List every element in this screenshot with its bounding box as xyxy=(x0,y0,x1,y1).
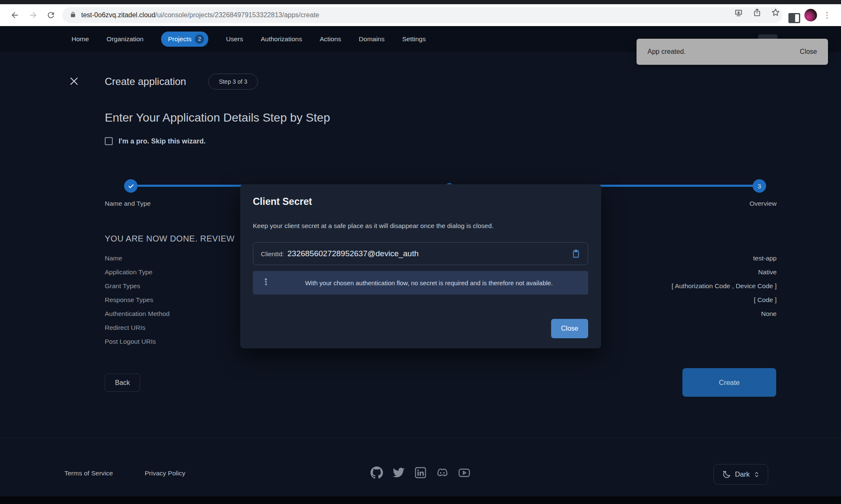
step-indicator-badge: Step 3 of 3 xyxy=(208,74,258,90)
url-domain: test-0o6zvq.zitadel.cloud xyxy=(81,11,155,19)
back-button[interactable]: Back xyxy=(105,374,140,392)
install-app-icon[interactable] xyxy=(733,7,744,18)
nav-home[interactable]: Home xyxy=(72,35,89,43)
review-label: Application Type xyxy=(105,268,152,276)
review-value: [ Authorization Code , Device Code ] xyxy=(671,282,777,290)
stepper-step3-label: Overview xyxy=(749,200,777,207)
nav-organization[interactable]: Organization xyxy=(106,35,143,43)
github-icon[interactable] xyxy=(370,466,383,479)
twitter-icon[interactable] xyxy=(392,466,405,479)
youtube-icon[interactable] xyxy=(458,466,471,479)
bottom-strip xyxy=(0,496,841,504)
toast-message: App created. xyxy=(647,48,686,56)
address-bar[interactable]: test-0o6zvq.zitadel.cloud/ui/console/pro… xyxy=(62,7,783,23)
page-title: Create application xyxy=(105,76,186,88)
footer-divider xyxy=(0,438,841,438)
create-button[interactable]: Create xyxy=(682,368,776,397)
sidebar-toggle-icon[interactable] xyxy=(788,13,800,23)
client-id-field[interactable]: ClientId: 232685602728952637@device_auth xyxy=(253,242,588,265)
toast-notification: App created. Close xyxy=(637,39,828,65)
skip-wizard-label: I'm a pro. Skip this wizard. xyxy=(119,137,206,145)
url-text: test-0o6zvq.zitadel.cloud/ui/console/pro… xyxy=(81,11,319,19)
review-value: test-app xyxy=(753,255,777,262)
review-value: None xyxy=(761,310,777,318)
review-heading: YOU ARE NOW DONE. REVIEW xyxy=(105,234,235,244)
theme-value: Dark xyxy=(735,470,750,478)
client-id-value: 232685602728952637@device_auth xyxy=(287,249,419,258)
review-label: Post Logout URIs xyxy=(105,338,156,345)
info-banner: With your chosen authentication flow, no… xyxy=(253,271,588,294)
info-icon xyxy=(262,277,270,288)
wizard-close-icon[interactable] xyxy=(69,76,81,88)
review-label: Authentication Method xyxy=(105,310,170,318)
theme-selector[interactable]: Dark xyxy=(714,464,768,485)
review-label: Response Types xyxy=(105,296,153,304)
toast-close-button[interactable]: Close xyxy=(800,48,817,56)
skip-wizard-checkbox[interactable] xyxy=(105,137,113,145)
chevron-updown-icon xyxy=(753,471,760,478)
social-links xyxy=(370,466,471,479)
console-page: Home Organization Projects 2 Users Autho… xyxy=(0,26,841,496)
projects-count-badge: 2 xyxy=(195,34,204,44)
nav-actions[interactable]: Actions xyxy=(320,35,341,43)
forward-icon[interactable] xyxy=(28,10,39,21)
dialog-close-button[interactable]: Close xyxy=(551,319,588,338)
review-label: Name xyxy=(105,255,122,262)
nav-projects[interactable]: Projects 2 xyxy=(161,32,208,47)
back-icon[interactable] xyxy=(9,10,20,21)
review-label: Redirect URIs xyxy=(105,324,145,332)
dialog-title: Client Secret xyxy=(253,196,312,207)
review-value: Native xyxy=(758,268,777,276)
share-icon[interactable] xyxy=(751,7,762,18)
lock-icon xyxy=(70,11,76,20)
dialog-description: Keep your client secret at a safe place … xyxy=(253,222,493,230)
privacy-policy-link[interactable]: Privacy Policy xyxy=(145,470,185,477)
stepper-step1-label: Name and Type xyxy=(105,200,151,207)
nav-settings[interactable]: Settings xyxy=(402,35,426,43)
review-label: Grant Types xyxy=(105,282,140,290)
stepper-step3-circle[interactable]: 3 xyxy=(753,179,766,193)
browser-avatar[interactable] xyxy=(804,9,817,21)
moon-icon xyxy=(722,470,731,479)
reload-icon[interactable] xyxy=(45,10,56,21)
client-secret-dialog: Client Secret Keep your client secret at… xyxy=(240,184,601,348)
screen: test-0o6zvq.zitadel.cloud/ui/console/pro… xyxy=(0,0,841,504)
url-path: /ui/console/projects/232684979153322813/… xyxy=(155,11,319,19)
nav-users[interactable]: Users xyxy=(226,35,243,43)
nav-domains[interactable]: Domains xyxy=(359,35,385,43)
browser-tab-strip xyxy=(0,0,841,4)
info-message: With your chosen authentication flow, no… xyxy=(299,279,559,286)
browser-menu-icon[interactable]: ⋮ xyxy=(823,9,831,21)
terms-of-service-link[interactable]: Terms of Service xyxy=(64,470,113,477)
bookmark-star-icon[interactable] xyxy=(770,7,781,18)
copy-icon[interactable] xyxy=(571,249,582,260)
wizard-heading: Enter Your Application Details Step by S… xyxy=(105,111,330,125)
discord-icon[interactable] xyxy=(436,466,449,479)
browser-toolbar: test-0o6zvq.zitadel.cloud/ui/console/pro… xyxy=(0,4,841,26)
nav-projects-label: Projects xyxy=(168,35,191,43)
client-id-label: ClientId: xyxy=(261,250,284,257)
nav-authorizations[interactable]: Authorizations xyxy=(261,35,302,43)
review-value: [ Code ] xyxy=(754,296,777,304)
stepper-step1-check-icon[interactable] xyxy=(124,179,138,193)
skip-wizard-row: I'm a pro. Skip this wizard. xyxy=(105,137,206,145)
linkedin-icon[interactable] xyxy=(414,466,427,479)
